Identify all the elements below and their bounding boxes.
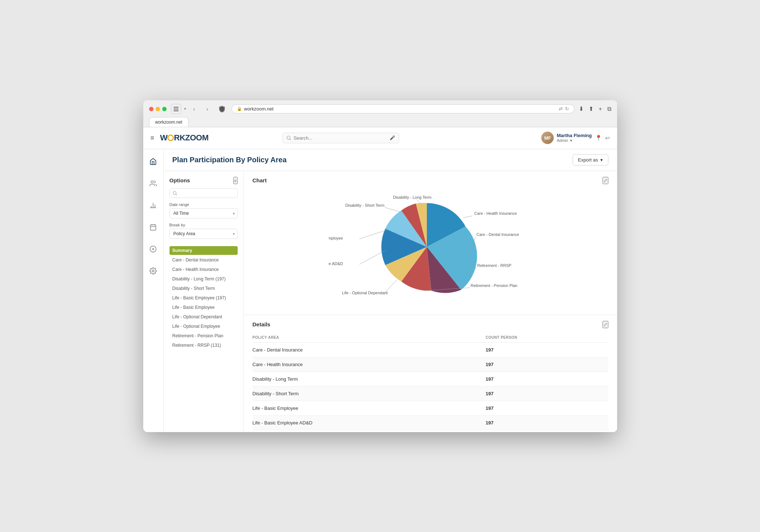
svg-line-19 (176, 194, 177, 195)
svg-line-25 (359, 251, 385, 264)
sidebar-icons (143, 149, 164, 432)
count-cell: 197 (486, 415, 608, 430)
address-bar[interactable]: 🔒 workzoom.net ⇄ ↻ (231, 104, 575, 113)
count-cell: 197 (486, 401, 608, 415)
label-life-optional-dep: Life - Optional Dependant (342, 291, 387, 295)
label-life-adnd: Life - Basic Employee AD&D (328, 261, 343, 266)
chart-section: Chart ⤢ (244, 171, 617, 315)
sidebar-item-calendar[interactable] (147, 221, 160, 234)
avatar-image: MF (541, 132, 554, 144)
label-disability-long: Disability - Long Term (393, 195, 432, 199)
options-panel: Options « Date range (164, 171, 244, 432)
sidebar-toggle-button[interactable] (171, 104, 181, 114)
nav-item-life---optional-dependant[interactable]: Life - Optional Dependant (169, 312, 238, 321)
sidebar-item-home[interactable] (147, 155, 160, 168)
date-range-select[interactable]: All Time (169, 208, 238, 218)
refresh-icon[interactable]: ↻ (565, 106, 569, 112)
maximize-button[interactable] (162, 107, 167, 111)
collapse-button[interactable]: « (233, 177, 238, 184)
page-header: Plan Participation By Policy Area Export… (164, 149, 617, 171)
nav-item-care---health-insurance[interactable]: Care - Health Insurance (169, 265, 238, 274)
sidebar-item-settings[interactable] (147, 264, 160, 277)
hamburger-menu[interactable]: ≡ (151, 134, 155, 142)
nav-item-life---basic-employee-197[interactable]: Life - Basic Employee (197) (169, 294, 238, 302)
svg-line-20 (463, 216, 472, 218)
policy-area-cell: Life - Basic Employee AD&D (253, 415, 486, 430)
date-range-field: Date range All Time ▾ (169, 202, 238, 218)
options-nav-list: SummaryCare - Dental InsuranceCare - Hea… (169, 246, 238, 350)
nav-item-retirement---rrsp-131[interactable]: Retirement - RRSP (131) (169, 341, 238, 350)
search-bar[interactable]: 🎤 (282, 133, 399, 143)
count-cell: 197 (486, 342, 608, 357)
export-button[interactable]: Export as ▾ (573, 154, 608, 166)
nav-item-disability---long-term-197[interactable]: Disability - Long Term (197) (169, 275, 238, 283)
svg-line-24 (385, 280, 397, 292)
col-count-person: COUNT PERSON (486, 333, 608, 343)
search-icon (287, 136, 291, 140)
mic-icon[interactable]: 🎤 (390, 135, 395, 140)
break-by-label: Break by (169, 223, 238, 227)
label-care-health: Care - Health Insurance (474, 211, 517, 215)
options-header: Options « (169, 177, 238, 184)
url-text: workzoom.net (244, 106, 274, 112)
chart-expand-button[interactable]: ⤢ (603, 177, 608, 184)
svg-rect-10 (151, 225, 156, 230)
user-info: Martha Fleming Admin ▾ (557, 133, 592, 143)
back-button[interactable]: ‹ (189, 104, 199, 114)
share-icon[interactable]: ⬆ (589, 105, 593, 112)
location-icon[interactable]: 📍 (595, 135, 602, 141)
options-search-input[interactable] (179, 191, 234, 196)
search-input[interactable] (293, 135, 387, 141)
details-table: POLICY AREA COUNT PERSON Care - Dental I… (253, 333, 608, 432)
policy-area-cell: Disability - Long Term (253, 372, 486, 386)
count-cell: 185 (486, 430, 608, 432)
details-section: Details ⤢ POLICY AREA COUNT PERSON (244, 315, 617, 432)
nav-item-life---optional-employee[interactable]: Life - Optional Employee (169, 322, 238, 331)
nav-item-life---basic-employee[interactable]: Life - Basic Employee (169, 303, 238, 312)
table-row: Care - Health Insurance 197 (253, 357, 608, 372)
logout-icon[interactable]: ↩ (605, 135, 610, 141)
options-search-box[interactable] (169, 189, 238, 198)
table-row: Disability - Long Term 197 (253, 372, 608, 386)
table-row: Care - Dental Insurance 197 (253, 342, 608, 357)
download-icon[interactable]: ⬇ (579, 105, 584, 112)
sidebar-item-chart[interactable] (147, 199, 160, 212)
nav-item-summary[interactable]: Summary (169, 246, 238, 255)
label-retirement-pension: Retirement - Pension Plan (471, 283, 517, 288)
close-button[interactable] (149, 107, 153, 111)
search-icon (173, 191, 177, 195)
col-policy-area: POLICY AREA (253, 333, 486, 343)
browser-window: ▾ ‹ › 🔒 workzoom.net ⇄ ↻ ⬇ ⬆ (143, 100, 617, 432)
svg-point-5 (151, 180, 153, 183)
new-tab-icon[interactable]: + (599, 106, 602, 112)
windows-icon[interactable]: ⧉ (607, 106, 611, 112)
main-content: Chart ⤢ (244, 171, 617, 432)
traffic-lights (149, 107, 167, 111)
policy-area-cell: Care - Dental Insurance (253, 342, 486, 357)
sidebar-item-finance[interactable] (147, 242, 160, 256)
sidebar-item-people[interactable] (147, 177, 160, 190)
policy-area-cell: Life - Basic Employee (253, 401, 486, 415)
label-disability-short: Disability - Short Term (345, 203, 384, 207)
date-range-select-wrapper: All Time ▾ (169, 208, 238, 218)
count-cell: 197 (486, 386, 608, 401)
details-title: Details (253, 321, 270, 327)
policy-area-cell: Disability - Short Term (253, 386, 486, 401)
details-expand-button[interactable]: ⤢ (603, 321, 608, 328)
minimize-button[interactable] (156, 107, 160, 111)
chevron-down-icon[interactable]: ▾ (570, 138, 572, 143)
browser-nav: ▾ ‹ › (171, 104, 213, 114)
nav-item-disability---short-term[interactable]: Disability - Short Term (169, 284, 238, 293)
main-body: Plan Participation By Policy Area Export… (143, 149, 617, 432)
table-row: Life - Basic Employee AD&D 197 (253, 415, 608, 430)
svg-rect-1 (174, 109, 179, 109)
browser-tab[interactable]: workzoom.net (149, 117, 189, 127)
table-row: Life - Basic Employee 197 (253, 401, 608, 415)
chevron-down-icon: ▾ (600, 157, 603, 163)
policy-area-cell: Care - Health Insurance (253, 357, 486, 372)
nav-item-care---dental-insurance[interactable]: Care - Dental Insurance (169, 256, 238, 264)
count-cell: 197 (486, 372, 608, 386)
nav-item-retirement---pension-plan[interactable]: Retirement - Pension Plan (169, 331, 238, 340)
forward-button[interactable]: › (202, 104, 213, 114)
break-by-select[interactable]: Policy Area (169, 229, 238, 239)
